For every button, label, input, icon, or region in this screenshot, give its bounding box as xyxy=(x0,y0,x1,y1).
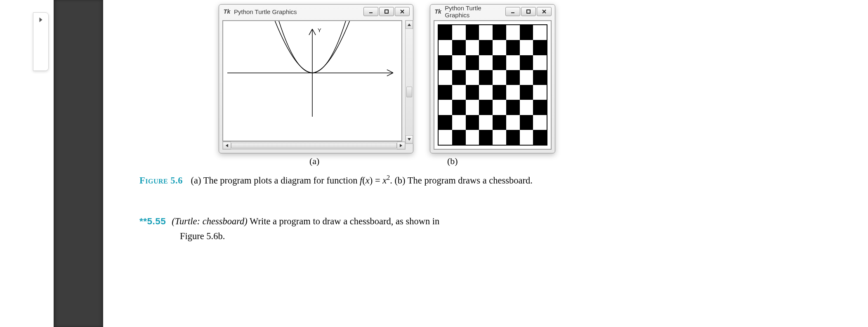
chessboard-square xyxy=(452,40,466,55)
chessboard-square xyxy=(506,25,520,40)
scrollbar-track[interactable] xyxy=(231,143,397,148)
chessboard-square xyxy=(452,100,466,115)
horizontal-scrollbar[interactable] xyxy=(222,141,406,150)
chessboard-square xyxy=(479,130,493,145)
exercise-body-line1: Write a program to draw a chessboard, as… xyxy=(248,216,439,226)
chessboard-canvas xyxy=(434,20,552,150)
chessboard-square xyxy=(533,130,547,145)
titlebar: Tk Python Turtle Graphics xyxy=(219,5,413,19)
chessboard-square xyxy=(493,85,506,100)
chessboard-square xyxy=(506,130,520,145)
chessboard-square xyxy=(466,115,479,130)
turtle-window-chessboard: Tk Python Turtle Graphics xyxy=(430,4,555,153)
chessboard-square xyxy=(466,55,479,70)
chessboard-square xyxy=(533,100,547,115)
svg-rect-11 xyxy=(527,10,530,13)
caption-eq: = xyxy=(373,175,382,186)
plot-canvas: Y xyxy=(222,20,402,141)
chessboard-square xyxy=(520,115,533,130)
turtle-window-parabola: Tk Python Turtle Graphics xyxy=(219,4,413,153)
chessboard-square xyxy=(493,115,506,130)
titlebar: Tk Python Turtle Graphics xyxy=(430,5,555,19)
chevron-right-icon xyxy=(38,17,43,24)
close-button[interactable] xyxy=(537,7,552,16)
exercise-5-55: **5.55(Turtle: chessboard) Write a progr… xyxy=(139,214,658,243)
chessboard-square xyxy=(520,100,533,115)
chessboard-square xyxy=(439,115,452,130)
chessboard-square xyxy=(506,85,520,100)
sidebar-expand-tab[interactable] xyxy=(33,12,49,71)
window-title: Python Turtle Graphics xyxy=(234,8,297,15)
chessboard-square xyxy=(466,25,479,40)
chessboard-square xyxy=(493,40,506,55)
minimize-button[interactable] xyxy=(363,7,378,16)
turtle-app-icon: Tk xyxy=(223,8,231,15)
subfigure-label-b: (b) xyxy=(447,156,458,167)
chessboard-square xyxy=(439,70,452,85)
page-content: Tk Python Turtle Graphics xyxy=(103,0,868,327)
minimize-button[interactable] xyxy=(505,7,520,16)
chessboard-square xyxy=(452,70,466,85)
chessboard-square xyxy=(479,70,493,85)
chessboard-square xyxy=(466,40,479,55)
chessboard-square xyxy=(452,115,466,130)
chessboard-square xyxy=(506,115,520,130)
chessboard-square xyxy=(533,55,547,70)
scroll-up-icon[interactable] xyxy=(406,21,413,29)
chessboard-square xyxy=(439,55,452,70)
figure-caption: Figure 5.6 (a) The program plots a diagr… xyxy=(139,173,851,187)
chessboard-square xyxy=(439,40,452,55)
chessboard-square xyxy=(520,70,533,85)
vertical-scrollbar[interactable] xyxy=(405,20,413,144)
chessboard-square xyxy=(520,130,533,145)
chessboard-square xyxy=(466,70,479,85)
chessboard-square xyxy=(533,25,547,40)
chessboard-square xyxy=(506,100,520,115)
chessboard-square xyxy=(439,130,452,145)
chessboard-square xyxy=(479,55,493,70)
caption-fx-x: x xyxy=(366,175,370,186)
chessboard-square xyxy=(439,85,452,100)
svg-line-9 xyxy=(312,29,316,35)
close-button[interactable] xyxy=(395,7,410,16)
chessboard xyxy=(438,24,547,146)
exercise-body-line2: Figure 5.6b. xyxy=(180,229,658,243)
chessboard-square xyxy=(520,25,533,40)
caption-rhs-x: x xyxy=(382,175,387,186)
exercise-number: **5.55 xyxy=(139,216,166,226)
maximize-button[interactable] xyxy=(379,7,394,16)
chessboard-square xyxy=(506,40,520,55)
scroll-left-icon[interactable] xyxy=(223,142,231,149)
scroll-right-icon[interactable] xyxy=(397,142,405,149)
chessboard-square xyxy=(533,115,547,130)
figure-label: Figure 5.6 xyxy=(139,175,183,186)
svg-rect-1 xyxy=(385,10,388,13)
chessboard-square xyxy=(479,25,493,40)
chessboard-square xyxy=(452,55,466,70)
chessboard-square xyxy=(493,100,506,115)
maximize-button[interactable] xyxy=(521,7,536,16)
chessboard-square xyxy=(466,130,479,145)
chessboard-square xyxy=(493,70,506,85)
chessboard-square xyxy=(533,85,547,100)
turtle-app-icon: Tk xyxy=(434,8,441,15)
chessboard-square xyxy=(506,70,520,85)
chessboard-square xyxy=(493,25,506,40)
caption-text-a-prefix: (a) The program plots a diagram for func… xyxy=(191,175,360,186)
scroll-down-icon[interactable] xyxy=(406,135,413,144)
chessboard-square xyxy=(520,55,533,70)
chessboard-square xyxy=(479,100,493,115)
chessboard-square xyxy=(466,85,479,100)
chessboard-square xyxy=(533,70,547,85)
svg-line-8 xyxy=(309,29,312,35)
chessboard-square xyxy=(533,40,547,55)
chessboard-square xyxy=(452,25,466,40)
y-axis-label: Y xyxy=(318,27,321,33)
pdf-sidebar xyxy=(54,0,103,327)
chessboard-square xyxy=(439,100,452,115)
scrollbar-thumb[interactable] xyxy=(406,87,412,97)
chessboard-square xyxy=(439,25,452,40)
chessboard-square xyxy=(479,115,493,130)
subfigure-label-a: (a) xyxy=(309,156,319,167)
chessboard-square xyxy=(493,130,506,145)
